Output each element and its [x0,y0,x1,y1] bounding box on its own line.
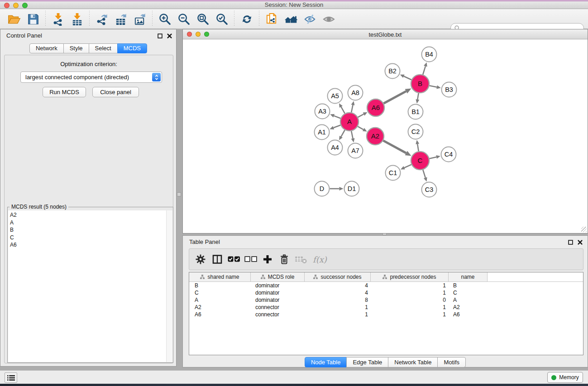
cell-successor-nodes[interactable]: 1 [305,311,371,318]
cell-shared-name[interactable]: A6 [189,311,251,318]
network-window-titlebar[interactable]: testGlobe.txt [183,29,588,39]
resize-corner[interactable] [581,227,587,232]
column-header-shared-name[interactable]: shared name [189,272,251,281]
result-item[interactable]: A [10,219,166,227]
memory-button[interactable]: Memory [547,372,583,383]
float-table-panel-icon[interactable] [567,239,574,245]
tab-network[interactable]: Network [29,43,64,53]
cell-name[interactable]: A6 [449,311,488,318]
result-item[interactable]: A6 [10,241,166,249]
edge-C-C2[interactable] [417,144,419,151]
float-panel-icon[interactable] [157,33,163,39]
cell-name[interactable]: A2 [449,304,488,310]
edge-A-A7[interactable] [351,131,353,138]
column-settings-icon[interactable] [193,252,208,267]
cell-MCDS-role[interactable]: dominator [251,290,305,296]
node-table[interactable]: shared nameMCDS rolesuccessor nodesprede… [189,272,583,355]
zoom-selected-icon[interactable] [214,12,230,26]
table-row[interactable]: A6connector11A6 [189,311,583,318]
cell-name[interactable]: C [449,290,488,296]
cell-MCDS-role[interactable]: dominator [251,297,305,303]
cell-successor-nodes[interactable]: 4 [305,282,371,289]
tab-edge-table[interactable]: Edge Table [346,357,388,367]
edge-B-B1[interactable] [417,93,418,100]
cell-successor-nodes[interactable]: 4 [305,290,371,296]
cell-MCDS-role[interactable]: connector [251,311,305,318]
edge-B-B3[interactable] [430,86,437,87]
cell-name[interactable]: A [449,297,488,303]
export-image-icon[interactable] [132,12,148,26]
edge-A2-C[interactable] [383,141,406,153]
cell-MCDS-role[interactable]: dominator [251,282,305,289]
result-scrollbar[interactable] [166,210,172,362]
close-table-panel-icon[interactable] [577,239,583,245]
edge-A-A4[interactable] [341,130,344,137]
cell-predecessor-nodes[interactable]: 1 [371,304,449,310]
zoom-fit-icon[interactable] [195,12,211,26]
table-row[interactable]: A2connector11A2 [189,304,583,311]
column-header-name[interactable]: name [449,272,488,281]
edge-A-A1[interactable] [334,125,341,128]
table-row[interactable]: Cdominator41C [189,289,583,296]
cell-shared-name[interactable]: C [189,290,251,296]
zoom-out-icon[interactable] [176,12,192,26]
import-network-icon[interactable] [50,12,66,26]
home-icon[interactable] [282,12,299,26]
cell-predecessor-nodes[interactable]: 1 [371,282,449,289]
save-session-icon[interactable] [25,12,41,26]
cell-shared-name[interactable]: A2 [189,304,251,310]
cell-predecessor-nodes[interactable]: 0 [371,297,449,303]
column-header-MCDS-role[interactable]: MCDS role [251,272,305,281]
zoom-in-icon[interactable] [157,12,173,26]
edge-A6-B[interactable] [384,91,406,104]
edge-C-C1[interactable] [404,165,411,168]
cell-predecessor-nodes[interactable]: 1 [371,311,449,318]
edge-A-A8[interactable] [351,105,353,112]
mcds-result-list[interactable]: A2ABCA6 [8,210,166,362]
edge-C-C4[interactable] [429,157,436,158]
edge-B-B2[interactable] [404,76,411,80]
cell-shared-name[interactable]: A [189,297,251,303]
result-item[interactable]: C [10,234,166,242]
export-network-icon[interactable] [94,12,110,26]
select-all-icon[interactable] [226,252,242,267]
import-table-icon[interactable] [69,12,85,26]
network-from-selection-icon[interactable] [263,12,280,26]
column-header-predecessor-nodes[interactable]: predecessor nodes [371,272,449,281]
cell-name[interactable]: B [449,282,488,289]
edge-C-C3[interactable] [423,170,425,178]
refresh-icon[interactable] [239,12,255,26]
result-item[interactable]: B [10,226,166,234]
choose-columns-icon[interactable] [210,252,225,267]
export-table-icon[interactable] [113,12,129,26]
add-column-icon[interactable] [260,252,275,267]
edge-A-A5[interactable] [341,107,344,114]
unselect-all-icon[interactable] [243,252,258,267]
open-session-icon[interactable] [6,12,22,26]
cell-successor-nodes[interactable]: 1 [305,304,371,310]
tab-network-table[interactable]: Network Table [388,357,438,367]
tab-select[interactable]: Select [89,43,118,53]
tab-node-table[interactable]: Node Table [305,357,347,367]
criterion-dropdown[interactable]: largest connected component (directed) [20,71,162,83]
cell-successor-nodes[interactable]: 8 [305,297,371,303]
network-canvas[interactable]: ABCA6A2A1A3A4A5A7A8B1B2B3B4C1C2C3C4DD1 [183,39,588,233]
tab-style[interactable]: Style [63,43,89,53]
cell-MCDS-role[interactable]: connector [251,304,305,310]
tab-mcds[interactable]: MCDS [117,43,147,53]
edge-A-A2[interactable] [358,126,363,129]
edge-B-B4[interactable] [423,66,425,75]
tab-motifs[interactable]: Motifs [437,357,466,367]
cell-shared-name[interactable]: B [189,282,251,289]
task-history-button[interactable] [5,372,17,383]
edge-A-A6[interactable] [358,114,364,117]
hide-panels-icon[interactable] [301,12,318,26]
table-row[interactable]: Adominator80A [189,296,583,304]
close-panel-button[interactable]: Close panel [92,87,139,97]
edge-A-A3[interactable] [334,116,341,119]
column-header-successor-nodes[interactable]: successor nodes [305,272,371,281]
table-row[interactable]: Bdominator41B [189,282,583,289]
result-item[interactable]: A2 [10,211,166,219]
cell-predecessor-nodes[interactable]: 1 [371,290,449,296]
show-panels-icon[interactable] [320,12,337,26]
